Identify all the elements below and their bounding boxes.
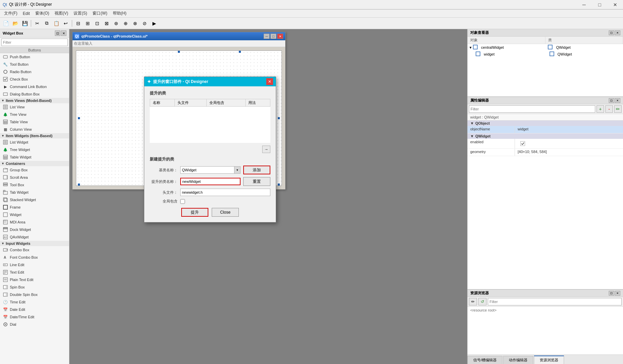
category-containers[interactable]: ▼ Containers [0,161,69,166]
prop-row-geometry[interactable]: geometry [40×10; 584, 584] [468,149,623,156]
toolbar-new[interactable]: 📄 [1,19,10,28]
widget-item-plaintextedit[interactable]: Plain Text Edit [0,276,69,283]
widget-item-commandlinkbutton[interactable]: ▶ Command Link Button [0,83,69,90]
widget-item-groupbox[interactable]: GBox Group Box [0,166,69,174]
widget-box-float-btn[interactable]: ⊡ [55,30,60,36]
properties-float-btn[interactable]: ⊡ [609,98,614,103]
category-item-widgets[interactable]: ▼ Item Widgets (Item-Based) [0,133,69,138]
widget-box-close-btn[interactable]: ✕ [61,30,66,36]
widget-item-stackedwidget[interactable]: Stacked Widget [0,196,69,204]
prop-section-qobject[interactable]: ▼ QObject [468,121,623,126]
resource-reload-btn[interactable]: ↺ [478,298,486,305]
widget-item-treewidget[interactable]: 🌲 Tree Widget [0,146,69,153]
widget-item-tableview[interactable]: Table View [0,118,69,126]
resource-filter-input[interactable] [488,298,622,305]
widget-item-columnview[interactable]: ▦ Column View [0,126,69,133]
resource-close-btn[interactable]: ✕ [615,291,620,296]
subwindow-restore-btn[interactable]: □ [270,34,276,39]
restore-btn[interactable]: □ [592,0,607,9]
widget-item-toolbox[interactable]: Tool Box [0,181,69,189]
toolbar-preview[interactable]: ▶ [150,19,159,28]
widget-item-doublespinbox[interactable]: Double Spin Box [0,291,69,298]
widget-item-radiobutton[interactable]: Radio Button [0,68,69,76]
toolbar-cut[interactable]: ✂ [33,19,42,28]
widget-item-scrollarea[interactable]: Scroll Area [0,174,69,181]
toolbar-layout5[interactable]: ⊛ [112,19,121,28]
promote-btn[interactable]: 提升 [181,208,208,217]
toolbar-layout2[interactable]: ⊞ [83,19,92,28]
menu-window[interactable]: 窗口(W) [90,10,110,17]
widget-item-checkbox[interactable]: Check Box [0,76,69,83]
properties-close-btn[interactable]: ✕ [615,98,620,103]
menu-settings[interactable]: 设置(S) [71,10,90,17]
resource-edit-btn[interactable]: ✏ [469,298,477,305]
widget-item-listwidget[interactable]: List Widget [0,138,69,146]
menu-help[interactable]: 帮助(H) [110,10,129,17]
global-include-checkbox[interactable] [180,199,185,204]
close-btn[interactable]: Close [212,208,239,217]
widget-item-fontcombobox[interactable]: A Font Combo Box [0,254,69,261]
toolbar-save[interactable]: 💾 [20,19,29,28]
menu-file[interactable]: 文件(F) [1,10,20,17]
toolbar-open[interactable]: 📂 [11,19,20,28]
prop-add-btn[interactable]: + [597,105,604,113]
category-input-widgets[interactable]: ▼ Input Widgets [0,241,69,246]
prop-filter-input[interactable] [469,105,595,113]
widget-item-toolbutton[interactable]: 🔧 Tool Button [0,61,69,68]
prop-config-btn[interactable]: ✏ [614,105,622,113]
table-toolbar-arrow-btn[interactable]: → [262,146,270,153]
promoted-class-input[interactable] [180,178,241,185]
toolbar-layout1[interactable]: ⊟ [74,19,83,28]
header-file-input[interactable] [180,189,270,196]
toolbar-copy[interactable]: ⧉ [42,19,51,28]
prop-section-qwidget[interactable]: ▼ QWidget [468,133,623,139]
toolbar-layout6[interactable]: ⊕ [121,19,130,28]
widget-item-datetimeedit[interactable]: 📅 Date/Time Edit [0,313,69,321]
widget-item-dockwidget[interactable]: Dock Widget [0,226,69,233]
resource-float-btn[interactable]: ⊡ [609,291,614,296]
toolbar-layout4[interactable]: ⊠ [102,19,111,28]
widget-item-widget[interactable]: Widget [0,211,69,218]
toolbar-layout8[interactable]: ⊘ [140,19,149,28]
tree-row-widget[interactable]: widget QWidget [468,51,623,58]
tab-actions[interactable]: 动作编辑器 [503,356,533,364]
widget-item-tabwidget[interactable]: Tab Widget [0,189,69,196]
tree-row-centralwidget[interactable]: ▼ centralWidget QWidget [468,44,623,51]
menu-view[interactable]: 视图(V) [52,10,71,17]
subwindow-close-btn[interactable]: ✕ [277,34,283,39]
widget-item-pushbutton[interactable]: Push Button [0,53,69,61]
widget-item-timeedit[interactable]: 🕐 Time Edit [0,298,69,306]
prop-row-objectname[interactable]: objectName widget [468,126,623,133]
widget-item-dateedit[interactable]: 📅 Date Edit [0,306,69,313]
widget-item-qaxwidget[interactable]: AX QAxWidget [0,233,69,241]
dialog-close-x-btn[interactable]: ✕ [266,78,273,85]
toolbar-layout7[interactable]: ⊗ [131,19,140,28]
subwindow-minimize-btn[interactable]: ─ [264,34,270,39]
widget-item-combobox[interactable]: ▼ Combo Box [0,246,69,254]
toolbar-layout3[interactable]: ⊡ [93,19,102,28]
menu-form[interactable]: 窗体(O) [33,10,52,17]
base-class-select[interactable]: QWidget ▼ [180,166,241,174]
widget-item-dial[interactable]: Dial [0,321,69,328]
widget-item-mdiarea[interactable]: MDI Area [0,218,69,226]
reset-btn[interactable]: 重置 [243,177,270,186]
tab-signals[interactable]: 信号/槽编辑器 [468,356,502,364]
widget-item-frame[interactable]: Frame [0,204,69,211]
prop-checkbox-enabled[interactable] [520,141,525,146]
menu-edit[interactable]: Edit [20,10,33,17]
widget-item-lineedit[interactable]: Line Edit [0,261,69,269]
widget-item-treeview[interactable]: 🌲 Tree View [0,111,69,118]
add-btn[interactable]: 添加 [243,166,270,174]
widget-item-textedit[interactable]: Text Edit [0,269,69,276]
inspector-float-btn[interactable]: ⊡ [609,30,614,35]
inspector-close-btn[interactable]: ✕ [615,30,620,35]
toolbar-undo[interactable]: ↩ [61,19,70,28]
tab-resources[interactable]: 资源浏览器 [534,356,564,364]
toolbar-paste[interactable]: 📋 [52,19,61,28]
widget-item-dialogbuttonbox[interactable]: Dialog Button Box [0,90,69,98]
widget-item-spinbox[interactable]: Spin Box [0,283,69,291]
minimize-btn[interactable]: ─ [576,0,592,9]
widget-filter-input[interactable] [1,39,68,46]
widget-item-listview[interactable]: List View [0,103,69,111]
category-item-views[interactable]: ▼ Item Views (Model-Based) [0,98,69,103]
